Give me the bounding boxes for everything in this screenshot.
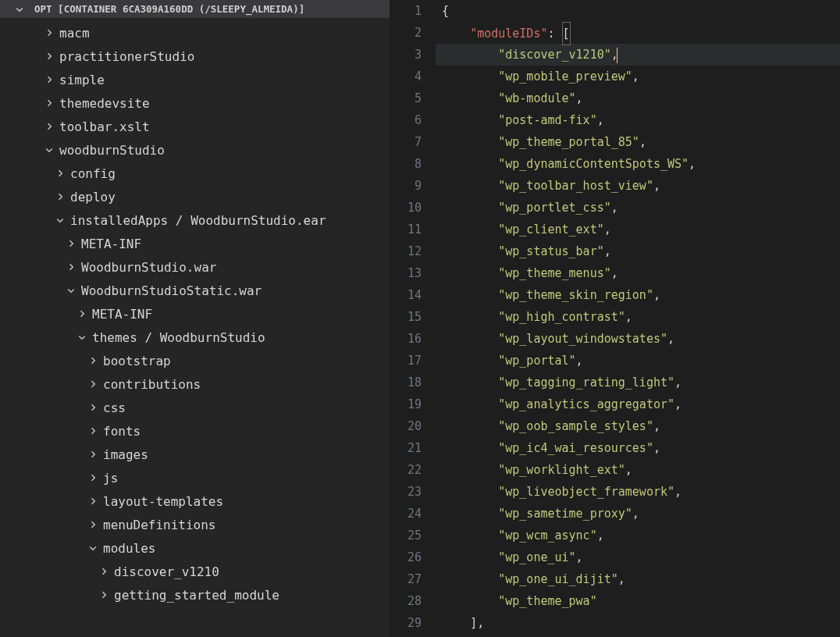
code-line[interactable]: ], [436,612,840,634]
tree-item-label: macm [59,26,90,41]
tree-item[interactable]: layout-templates [0,489,390,513]
chevron-right-icon[interactable] [87,519,98,530]
tree-item[interactable]: themedevsite [0,91,390,115]
code-line[interactable]: "wp_toolbar_host_view", [436,175,840,197]
code-line[interactable]: "moduleIDs": [ [436,22,840,44]
code-line[interactable]: "wp_client_ext", [436,219,840,240]
code-line[interactable]: "wp_status_bar", [436,240,840,262]
code-line[interactable]: "wp_one_ui", [436,546,840,568]
tree-item[interactable]: META-INF [0,302,390,326]
tree-item[interactable]: practitionerStudio [0,44,390,68]
code-line[interactable]: "wp_mobile_preview", [436,66,840,87]
code-line[interactable]: "wp_theme_skin_region", [436,284,840,306]
code-line[interactable]: "wb-module", [436,87,840,109]
chevron-right-icon[interactable] [87,449,98,460]
code-token: , [625,310,632,324]
code-line[interactable]: "wp_high_contrast", [436,306,840,328]
code-line[interactable]: "wp_theme_pwa" [436,590,840,612]
chevron-down-icon[interactable] [87,543,98,553]
code-line[interactable]: "wp_liveobject_framework", [436,481,840,503]
tree-item[interactable]: modules [0,536,390,560]
tree-item[interactable]: images [0,443,390,466]
tree-item[interactable]: macm [0,21,390,44]
tree-item[interactable]: WoodburnStudio.war [0,255,390,279]
line-number: 12 [390,240,422,262]
tree-item[interactable]: META-INF [0,232,390,255]
line-number: 7 [390,131,422,153]
tree-item[interactable]: discover_v1210 [0,560,390,583]
tree-item[interactable]: toolbar.xslt [0,115,390,138]
tree-item[interactable]: config [0,162,390,185]
chevron-right-icon[interactable] [66,238,77,249]
chevron-right-icon[interactable] [55,168,66,179]
tree-item[interactable]: simple [0,68,390,91]
line-number: 28 [390,590,422,612]
code-token: , [653,288,660,302]
tree-item[interactable]: themes / WoodburnStudio [0,326,390,349]
chevron-right-icon[interactable] [87,425,98,436]
chevron-right-icon[interactable] [55,191,66,202]
chevron-down-icon[interactable] [66,285,77,296]
code-line[interactable]: "wp_worklight_ext", [436,459,840,481]
tree-item[interactable]: WoodburnStudioStatic.war [0,279,390,302]
chevron-right-icon[interactable] [87,402,98,413]
code-token: , [576,91,583,105]
code-line[interactable]: "wp_portal", [436,350,840,372]
tree-item[interactable]: contributions [0,372,390,396]
code-line[interactable]: "wp_theme_menus", [436,262,840,284]
chevron-right-icon[interactable] [87,355,98,366]
line-number: 19 [390,393,422,415]
tree-item[interactable]: js [0,466,390,489]
tree-item[interactable]: fonts [0,419,390,443]
chevron-right-icon[interactable] [98,589,109,600]
code-token: , [576,354,583,368]
code-line[interactable]: "wp_oob_sample_styles", [436,415,840,437]
tree-item[interactable]: menuDefinitions [0,513,390,536]
code-line[interactable]: "wp_ic4_wai_resources", [436,437,840,459]
code-line[interactable]: "wp_tagging_rating_light", [436,372,840,393]
chevron-right-icon[interactable] [44,27,55,38]
tree-item[interactable]: deploy [0,185,390,208]
tree-item-label: simple [59,73,105,87]
code-line[interactable]: "wp_theme_portal_85", [436,131,840,153]
chevron-right-icon[interactable] [66,262,77,272]
file-tree[interactable]: macmpractitionerStudiosimplethemedevsite… [0,18,390,637]
code-token: , [597,528,604,543]
code-token [442,48,498,62]
chevron-down-icon[interactable] [44,144,55,155]
chevron-right-icon[interactable] [44,51,55,62]
chevron-right-icon[interactable] [87,472,98,483]
explorer-header[interactable]: OPT [CONTAINER 6CA309A160DD (/SLEEPY_ALM… [0,0,390,18]
tree-item-label: config [70,166,116,181]
tree-item-label: META-INF [92,307,152,322]
chevron-right-icon[interactable] [44,121,55,132]
code-line[interactable]: "discover_v1210", [436,44,840,66]
chevron-down-icon[interactable] [77,332,87,343]
chevron-right-icon[interactable] [44,74,55,85]
code-line[interactable]: "wp_dynamicContentSpots_WS", [436,153,840,175]
chevron-right-icon[interactable] [87,496,98,507]
code-line[interactable]: "wp_wcm_async", [436,525,840,546]
code-line[interactable]: "wp_sametime_proxy", [436,503,840,525]
code-line[interactable]: "wp_layout_windowstates", [436,328,840,350]
code-editor[interactable]: 1234567891011121314151617181920212223242… [390,0,840,637]
chevron-right-icon[interactable] [44,98,55,109]
code-line[interactable]: { [436,0,840,22]
tree-item[interactable]: bootstrap [0,349,390,372]
chevron-right-icon[interactable] [87,379,98,390]
tree-item[interactable]: woodburnStudio [0,138,390,162]
code-line[interactable]: "wp_portlet_css", [436,197,840,219]
chevron-down-icon[interactable] [55,215,66,226]
code-content[interactable]: { "moduleIDs": [ "discover_v1210", "wp_m… [436,0,840,637]
tree-item[interactable]: getting_started_module [0,583,390,607]
tree-item-label: WoodburnStudioStatic.war [81,283,262,298]
chevron-right-icon[interactable] [98,566,109,577]
line-number: 8 [390,153,422,175]
tree-item[interactable]: installedApps / WoodburnStudio.ear [0,208,390,232]
code-line[interactable]: "post-amd-fix", [436,109,840,131]
code-line[interactable]: "wp_one_ui_dijit", [436,568,840,590]
chevron-right-icon[interactable] [77,308,87,319]
code-line[interactable]: "wp_analytics_aggregator", [436,393,840,415]
code-token: ] [470,616,477,630]
tree-item[interactable]: css [0,396,390,419]
